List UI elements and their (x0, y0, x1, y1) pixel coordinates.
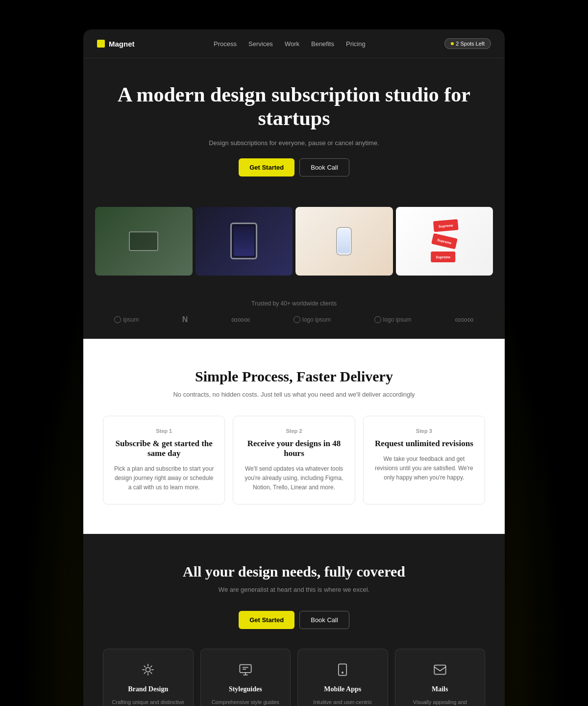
process-cards: Step 1 Subscribe & get started the same … (103, 416, 485, 505)
trusted-label: Trusted by 40+ worldwide clients (95, 300, 493, 307)
logo: Magnet (97, 40, 135, 48)
nav-link-pricing[interactable]: Pricing (346, 40, 366, 48)
step-3-title: Request unlimited revisions (373, 439, 475, 449)
step-1-desc: Pick a plan and subscribe to start your … (113, 464, 215, 493)
services-subtitle: We are generalist at heart and this is w… (103, 586, 485, 593)
process-section: Simple Process, Faster Delivery No contr… (83, 339, 505, 534)
svg-rect-1 (240, 665, 251, 673)
logo-circle-icon (114, 316, 121, 323)
hero-section: Magnet Process Services Work Benefits Pr… (83, 29, 505, 339)
service-name-brand: Brand Design (111, 685, 185, 693)
mobile-icon (334, 661, 351, 679)
hero-buttons: Get Started Book Call (103, 158, 485, 176)
trusted-section: Trusted by 40+ worldwide clients ipsum N… (83, 290, 505, 339)
supreme-sticker-2: Supreme (431, 233, 458, 249)
nav-link-work[interactable]: Work (285, 40, 299, 48)
service-card-styleguide: Styleguides Comprehensive style guides f… (200, 649, 291, 706)
logo-icon (97, 40, 105, 48)
step-2-desc: We'll send updates via whatever tools yo… (243, 464, 344, 493)
hero-image-1 (95, 207, 193, 276)
badge-dot (451, 42, 454, 45)
step-3-desc: We take your feedback and get revisions … (373, 454, 475, 483)
logo-circle-icon-3 (374, 316, 381, 323)
hero-image-3 (295, 207, 393, 276)
service-desc-brand: Crafting unique and distinctive brand id… (111, 698, 185, 706)
logo-infinity-1: ∞∞∞ (231, 315, 250, 325)
image-overlay-3 (295, 207, 393, 276)
tablet-graphic (230, 223, 257, 259)
process-card-1: Step 1 Subscribe & get started the same … (103, 416, 225, 505)
logo-infinity-2: ∞∞∞ (455, 315, 474, 325)
browser-window: Magnet Process Services Work Benefits Pr… (83, 29, 505, 706)
logo-text: Magnet (109, 40, 135, 48)
logo-infinity-symbol-1: ∞∞∞ (231, 315, 250, 325)
services-get-started-button[interactable]: Get Started (239, 611, 294, 629)
service-card-mobile: Mobile Apps Intuitive and user-centric m… (297, 649, 388, 706)
supreme-sticker-1: Supreme (433, 219, 459, 232)
service-desc-mail: Visually appealing and informative email… (403, 698, 477, 706)
phone-graphic (336, 227, 352, 255)
svg-rect-4 (434, 665, 445, 675)
styleguide-icon-svg (239, 663, 252, 677)
step-1-title: Subscribe & get started the same day (113, 439, 215, 458)
logo-ipsum-3: logo ipsum (374, 316, 412, 323)
hero-images: Supreme Supreme Supreme (83, 207, 505, 290)
get-started-button[interactable]: Get Started (239, 158, 294, 176)
nav-link-services[interactable]: Services (248, 40, 273, 48)
mail-icon (431, 661, 449, 679)
supreme-sticker-3: Supreme (431, 251, 455, 262)
hero-image-2 (196, 207, 293, 276)
book-call-button[interactable]: Book Call (299, 158, 349, 176)
process-title: Simple Process, Faster Delivery (103, 368, 485, 385)
logo-circle-icon-2 (294, 316, 300, 323)
tablet-screen (234, 227, 254, 256)
nav-link-process[interactable]: Process (214, 40, 237, 48)
step-3-label: Step 3 (373, 428, 475, 434)
process-card-3: Step 3 Request unlimited revisions We ta… (363, 416, 485, 505)
logo-ipsum-1: ipsum (114, 316, 139, 323)
navbar: Magnet Process Services Work Benefits Pr… (83, 29, 505, 58)
service-desc-mobile: Intuitive and user-centric mobile applic… (306, 698, 380, 706)
logo-infinity-symbol-2: ∞∞∞ (455, 315, 474, 325)
services-buttons: Get Started Book Call (103, 611, 485, 629)
services-section: All your design needs, fully covered We … (83, 534, 505, 706)
badge-text: 2 Spots Left (456, 41, 485, 47)
step-2-title: Receive your designs in 48 hours (243, 439, 344, 458)
service-card-mail: Mails Visually appealing and informative… (395, 649, 486, 706)
logo-n-letter: N (182, 315, 188, 324)
laptop-graphic (129, 231, 158, 251)
nav-links: Process Services Work Benefits Pricing (214, 39, 366, 48)
image-overlay-4: Supreme Supreme Supreme (396, 207, 493, 276)
hero-image-4: Supreme Supreme Supreme (396, 207, 493, 276)
step-2-label: Step 2 (243, 428, 344, 434)
process-subtitle: No contracts, no hidden costs. Just tell… (103, 391, 485, 398)
logo-label-3: logo ipsum (383, 316, 412, 323)
service-name-mail: Mails (403, 685, 477, 693)
service-card-brand: Brand Design Crafting unique and distinc… (103, 649, 194, 706)
svg-point-3 (342, 672, 343, 673)
hero-title: A modern design subscription studio for … (103, 83, 485, 130)
logo-ipsum-2: logo ipsum (294, 316, 331, 323)
logo-label-2: logo ipsum (302, 316, 331, 323)
service-name-styleguide: Styleguides (209, 685, 283, 693)
step-1-label: Step 1 (113, 428, 215, 434)
nav-link-benefits[interactable]: Benefits (311, 40, 334, 48)
supreme-stickers: Supreme Supreme Supreme (429, 217, 460, 265)
spots-badge: 2 Spots Left (444, 38, 491, 49)
process-card-2: Step 2 Receive your designs in 48 hours … (233, 416, 355, 505)
services-book-call-button[interactable]: Book Call (299, 611, 349, 629)
services-grid: Brand Design Crafting unique and distinc… (103, 649, 485, 706)
styleguide-icon (237, 661, 254, 679)
logo-label-1: ipsum (123, 316, 139, 323)
mail-icon-svg (433, 663, 447, 677)
outer-background: Magnet Process Services Work Benefits Pr… (0, 0, 588, 706)
hero-content: A modern design subscription studio for … (83, 58, 505, 207)
hero-subtitle: Design subscriptions for everyone, pause… (103, 139, 485, 147)
services-title: All your design needs, fully covered (103, 563, 485, 580)
service-name-mobile: Mobile Apps (306, 685, 380, 693)
brand-icon-svg (141, 663, 155, 677)
svg-point-0 (146, 667, 150, 672)
image-overlay-2 (196, 207, 293, 276)
logo-n: N (182, 315, 188, 324)
mobile-icon-svg (336, 663, 349, 677)
